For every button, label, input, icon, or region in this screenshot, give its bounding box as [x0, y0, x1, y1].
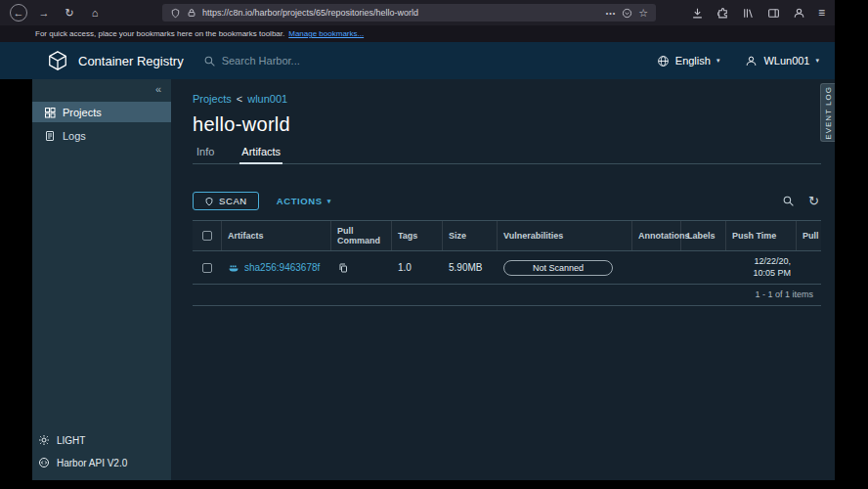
- left-rail: [0, 79, 32, 480]
- tab-info[interactable]: Info: [195, 142, 216, 163]
- grid-toolbar-icons: ↻: [782, 195, 819, 207]
- forward-icon: →: [39, 8, 50, 19]
- row-checkbox-cell: [193, 263, 222, 273]
- tags-cell: 1.0: [392, 262, 443, 273]
- browser-window: ← → ↻ ⌂ https://c8n.io/harbor/projects/6…: [0, 0, 835, 480]
- theme-toggle[interactable]: LIGHT: [38, 434, 127, 446]
- chevron-down-icon: ▾: [815, 57, 819, 65]
- filter-search-icon[interactable]: [782, 195, 795, 207]
- sidebar-toggle-icon[interactable]: [767, 7, 780, 20]
- push-time-cell: 12/22/20, 10:05 PM: [726, 256, 797, 279]
- scan-button[interactable]: SCAN: [193, 192, 259, 210]
- api-version-label: Harbor API V2.0: [57, 458, 127, 468]
- address-bar[interactable]: https://c8n.io/harbor/projects/65/reposi…: [162, 4, 656, 22]
- search-input[interactable]: [222, 55, 437, 67]
- vulnerabilities-cell: Not Scanned: [498, 260, 632, 276]
- row-checkbox[interactable]: [202, 263, 212, 273]
- column-header-pull-truncated: Pull: [797, 221, 821, 250]
- home-icon: ⌂: [92, 8, 99, 19]
- bookmark-star-icon[interactable]: ☆: [638, 8, 648, 19]
- grid-toolbar: SCAN ACTIONS ▾ ↻: [193, 192, 821, 210]
- scan-shield-icon: [204, 197, 214, 206]
- forward-button[interactable]: →: [35, 4, 53, 22]
- user-menu[interactable]: WLun001 ▾: [745, 55, 819, 67]
- api-link[interactable]: Harbor API V2.0: [38, 457, 127, 468]
- column-header-artifacts: Artifacts: [222, 221, 331, 250]
- reload-button[interactable]: ↻: [61, 4, 78, 22]
- account-icon[interactable]: [793, 7, 805, 20]
- sidebar-footer: LIGHT Harbor API V2.0: [38, 434, 127, 468]
- main-content: Projects<wlun001 hello-world Info Artifa…: [171, 79, 835, 480]
- library-icon[interactable]: [742, 7, 755, 20]
- toolbar-right-icons: ≡: [691, 7, 825, 20]
- username-label: WLun001: [763, 55, 809, 67]
- language-selector[interactable]: English ▾: [657, 55, 720, 67]
- sidebar: « Projects Logs: [32, 79, 171, 480]
- pull-command-cell: [331, 262, 392, 274]
- artifact-cell: sha256:9463678f: [222, 262, 331, 274]
- artifact-icon: [228, 262, 239, 274]
- home-button[interactable]: ⌂: [86, 4, 104, 22]
- harbor-logo[interactable]: Container Registry: [47, 50, 184, 71]
- tab-bar: Info Artifacts: [193, 142, 821, 164]
- size-cell: 5.90MB: [443, 262, 498, 273]
- breadcrumb-projects-link[interactable]: Projects: [193, 93, 232, 105]
- column-header-push-time: Push Time: [726, 221, 797, 250]
- column-header-pull-command: Pull Command: [331, 221, 392, 250]
- brand-title: Container Registry: [78, 54, 184, 68]
- event-log-tab[interactable]: EVENT LOG: [820, 83, 835, 142]
- reload-icon: ↻: [65, 8, 73, 19]
- manage-bookmarks-link[interactable]: Manage bookmarks...: [288, 29, 364, 38]
- bookmarks-bar: For quick access, place your bookmarks h…: [0, 25, 835, 42]
- breadcrumb: Projects<wlun001: [193, 93, 821, 106]
- tab-artifacts[interactable]: Artifacts: [239, 142, 282, 163]
- column-header-labels: Labels: [681, 221, 726, 250]
- actions-label: ACTIONS: [277, 196, 323, 206]
- screenshot-root: ← → ↻ ⌂ https://c8n.io/harbor/projects/6…: [0, 0, 868, 489]
- menu-icon[interactable]: ≡: [818, 7, 825, 19]
- back-button[interactable]: ←: [10, 4, 27, 22]
- breadcrumb-project-link[interactable]: wlun001: [247, 93, 287, 105]
- download-icon[interactable]: [691, 7, 704, 20]
- search-icon: [203, 55, 216, 67]
- sidebar-item-label: Projects: [63, 107, 102, 118]
- pocket-icon[interactable]: [622, 8, 632, 19]
- extensions-icon[interactable]: [716, 7, 729, 20]
- sidebar-item-projects[interactable]: Projects: [32, 102, 171, 122]
- scan-button-label: SCAN: [219, 196, 247, 206]
- vulnerability-status-badge: Not Scanned: [503, 260, 613, 276]
- bookmarks-notice: For quick access, place your bookmarks h…: [35, 29, 284, 38]
- column-header-tags: Tags: [392, 221, 443, 250]
- lock-icon[interactable]: [187, 8, 196, 18]
- user-icon: [745, 55, 758, 67]
- table-footer: 1 - 1 of 1 items: [193, 285, 821, 306]
- pagination-summary: 1 - 1 of 1 items: [755, 289, 813, 299]
- event-log-label: EVENT LOG: [824, 86, 833, 140]
- artifacts-table: Artifacts Pull Command Tags Size Vulnera…: [193, 220, 821, 306]
- copy-pull-command-icon[interactable]: [337, 262, 386, 274]
- header-checkbox-cell: [193, 221, 222, 250]
- sidebar-collapse-button[interactable]: «: [32, 79, 171, 99]
- theme-toggle-label: LIGHT: [57, 435, 85, 446]
- header-right: English ▾ WLun001 ▾: [657, 55, 819, 67]
- column-header-annotations: Annotations: [632, 221, 681, 250]
- tracking-protection-shield-icon[interactable]: [170, 8, 181, 19]
- globe-icon: [657, 55, 670, 67]
- projects-icon: [44, 107, 56, 118]
- column-header-vulnerabilities: Vulnerabilities: [498, 221, 632, 250]
- collapse-icon: «: [155, 83, 161, 99]
- actions-dropdown[interactable]: ACTIONS ▾: [277, 196, 331, 206]
- sidebar-item-logs[interactable]: Logs: [32, 125, 171, 146]
- select-all-checkbox[interactable]: [202, 231, 212, 241]
- page-actions-icon[interactable]: •••: [606, 10, 616, 17]
- browser-toolbar: ← → ↻ ⌂ https://c8n.io/harbor/projects/6…: [0, 0, 835, 25]
- sun-icon: [38, 434, 50, 446]
- back-icon: ←: [14, 8, 24, 19]
- table-row: sha256:9463678f 1.0 5.90MB Not Scanned: [193, 251, 821, 285]
- app-header: Container Registry English ▾: [0, 42, 835, 79]
- refresh-icon[interactable]: ↻: [808, 195, 819, 207]
- cube-logo-icon: [47, 50, 68, 71]
- artifact-digest-link[interactable]: sha256:9463678f: [244, 262, 320, 273]
- page-title: hello-world: [193, 113, 821, 136]
- breadcrumb-separator: <: [237, 93, 242, 105]
